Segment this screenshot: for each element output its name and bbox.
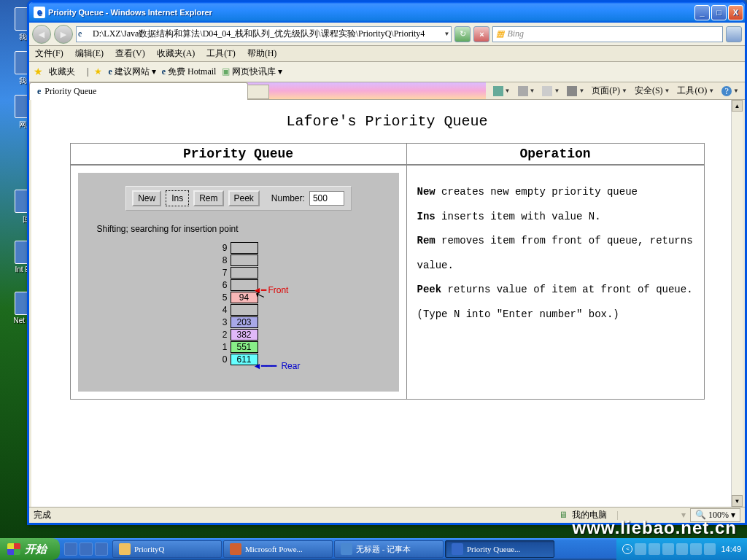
cell-index: 9 (216, 243, 228, 253)
cell-row: 3203 (216, 316, 258, 328)
page-content: Lafore's Priority Queue Priority Queue O… (31, 100, 743, 507)
watermark: www.liebao.net.cn (573, 518, 737, 538)
ie-icon: e (34, 7, 45, 18)
stop-button[interactable]: × (473, 26, 489, 42)
fav-link-suggested[interactable]: e建议网站 ▾ (108, 66, 155, 78)
cell-index: 8 (216, 255, 228, 265)
taskbar-task[interactable]: 无标题 - 记事本 (334, 540, 444, 558)
tray-icon[interactable] (690, 543, 702, 555)
menu-view[interactable]: 查看(V) (115, 47, 145, 60)
start-button[interactable]: 开始 (0, 538, 60, 560)
quicklaunch-desktop[interactable] (80, 542, 93, 556)
bing-icon: ▦ (496, 28, 504, 39)
left-heading: Priority Queue (71, 144, 406, 165)
forward-button[interactable]: ► (54, 25, 73, 44)
tray-icon[interactable] (662, 543, 674, 555)
tray-icon[interactable] (704, 543, 716, 555)
zone-icon: 🖥 (559, 510, 568, 521)
mail-button[interactable]: ▼ (542, 86, 560, 96)
help-icon: ? (721, 86, 732, 96)
nav-toolbar: ◄ ► e D:\LXZ\Java数据结构和算法\D04_04_栈和队列_优先级… (29, 23, 745, 46)
ie-window: e Priority Queue - Windows Internet Expl… (27, 0, 747, 525)
tab-priority-queue[interactable]: e Priority Queue (29, 82, 248, 100)
address-dropdown-icon[interactable]: ▼ (444, 31, 449, 37)
safety-menu[interactable]: 安全(S) ▼ (635, 85, 670, 97)
search-button[interactable] (726, 26, 742, 42)
menu-file[interactable]: 文件(F) (35, 47, 63, 60)
help-button[interactable]: ?▼ (721, 86, 739, 96)
cell-row: 8 (216, 254, 258, 266)
menu-tools[interactable]: 工具(T) (206, 47, 235, 60)
vertical-scrollbar[interactable]: ▲ ▼ (731, 100, 743, 507)
menu-edit[interactable]: 编辑(E) (75, 47, 104, 60)
menu-favorites[interactable]: 收藏夹(A) (157, 47, 196, 60)
fav-link-webslices[interactable]: ▣网页快讯库 ▾ (222, 66, 282, 78)
cell-row: 0611 (216, 353, 258, 365)
favorites-label[interactable]: 收藏夹 (49, 66, 75, 78)
search-box[interactable]: ▦ Bing (492, 26, 723, 42)
queue-cell: 203 (231, 316, 258, 328)
taskbar-task[interactable]: PriorityQ (112, 540, 222, 558)
queue-cells: 061115512382320345946789 (216, 241, 389, 365)
queue-cell (231, 254, 258, 266)
print-button[interactable]: ▼ (567, 86, 584, 96)
rss-icon (518, 86, 528, 96)
maximize-button[interactable]: □ (711, 5, 727, 20)
favorites-star-icon[interactable]: ★ (34, 66, 43, 78)
minimize-button[interactable]: _ (694, 5, 710, 20)
tray-icon[interactable] (676, 543, 688, 555)
cell-index: 6 (216, 280, 228, 290)
right-heading: Operation (407, 144, 704, 165)
address-bar[interactable]: e D:\LXZ\Java数据结构和算法\D04_04_栈和队列_优先级队列\课… (76, 26, 452, 42)
back-button[interactable]: ◄ (32, 25, 51, 44)
task-icon (452, 543, 463, 555)
close-button[interactable]: X (728, 5, 743, 20)
home-icon (493, 86, 503, 96)
home-button[interactable]: ▼ (493, 86, 511, 96)
page-menu[interactable]: 页面(P) ▼ (592, 85, 627, 97)
number-input[interactable] (309, 191, 344, 206)
quicklaunch-ie[interactable] (64, 542, 77, 556)
windows-flag-icon (7, 543, 20, 555)
feeds-button[interactable]: ▼ (518, 86, 535, 96)
cell-row: 6 (216, 279, 258, 291)
system-tray: < 14:49 (616, 538, 747, 560)
fav-link-hotmail[interactable]: e免费 Hotmail (162, 66, 217, 78)
taskbar-task[interactable]: Priority Queue... (445, 540, 554, 558)
peek-button[interactable]: Peek (228, 190, 260, 206)
tools-menu[interactable]: 工具(O) ▼ (677, 85, 714, 97)
operation-descriptions: New creates new empty priority queueIns … (407, 166, 704, 342)
refresh-button[interactable]: ↻ (454, 26, 471, 42)
new-tab-button[interactable] (247, 85, 269, 99)
cell-index: 2 (216, 330, 228, 340)
ins-button[interactable]: Ins (166, 190, 189, 206)
taskbar-task[interactable]: Microsoft Powe... (223, 540, 333, 558)
tray-icon[interactable] (649, 543, 660, 555)
op-line: Rem removes item from front of queue, re… (417, 229, 694, 278)
op-line: Ins inserts item with value N. (417, 205, 694, 230)
op-line: New creates new empty priority queue (417, 180, 694, 205)
clock[interactable]: 14:49 (721, 545, 741, 553)
task-icon (119, 543, 131, 555)
menu-help[interactable]: 帮助(H) (247, 47, 277, 60)
scroll-down-button[interactable]: ▼ (732, 495, 743, 507)
cell-row: 7 (216, 266, 258, 279)
mail-icon (542, 86, 552, 96)
add-favorite-icon[interactable]: ★ (94, 66, 102, 77)
button-row: New Ins Rem Peek Number: (125, 186, 352, 211)
taskbar: 开始 PriorityQMicrosoft Powe...无标题 - 记事本Pr… (0, 538, 747, 560)
cell-index: 4 (216, 305, 228, 315)
rem-button[interactable]: Rem (193, 190, 223, 206)
ie-page-icon: e (37, 86, 41, 97)
titlebar[interactable]: e Priority Queue - Windows Internet Expl… (29, 2, 745, 23)
tray-icon[interactable] (635, 543, 646, 555)
cell-row: 4 (216, 303, 258, 316)
quicklaunch-app[interactable] (95, 542, 108, 556)
cell-index: 0 (216, 354, 228, 365)
task-icon (230, 543, 241, 555)
tray-expand-icon[interactable]: < (622, 544, 632, 554)
ie-page-icon: e (78, 28, 90, 40)
status-done: 完成 (34, 509, 51, 521)
new-button[interactable]: New (132, 190, 161, 206)
scroll-up-button[interactable]: ▲ (732, 100, 743, 112)
